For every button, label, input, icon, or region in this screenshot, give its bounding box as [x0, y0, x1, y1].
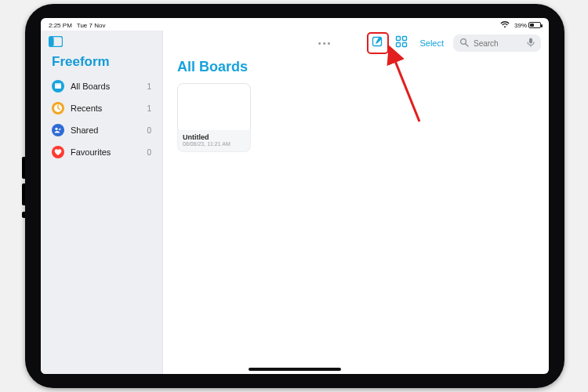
screen: 2:25 PM Tue 7 Nov 39% [41, 18, 549, 374]
battery-icon [528, 22, 541, 28]
content: All Boards Untitled 08/08/23, 11:21 AM [163, 56, 549, 374]
sidebar-item-label: Shared [71, 125, 140, 135]
sidebar-item-all-boards[interactable]: All Boards 1 [45, 76, 158, 96]
status-time: 2:25 PM [49, 22, 72, 29]
tablet-frame: 2:25 PM Tue 7 Nov 39% [25, 4, 564, 388]
search-field[interactable] [453, 34, 541, 52]
svg-point-7 [52, 124, 64, 136]
svg-rect-14 [397, 43, 401, 47]
new-board-button[interactable] [369, 34, 387, 52]
sidebar-item-count: 0 [147, 126, 151, 135]
svg-rect-15 [403, 43, 407, 47]
board-subtitle: 08/08/23, 11:21 AM [183, 141, 245, 147]
sidebar-item-count: 1 [147, 104, 151, 113]
select-button[interactable]: Select [416, 38, 447, 48]
all-boards-icon [52, 80, 64, 93]
board-thumbnail[interactable] [177, 83, 251, 133]
svg-point-8 [55, 128, 57, 130]
sidebar-item-label: All Boards [71, 82, 140, 91]
more-icon[interactable]: ••• [318, 38, 364, 48]
main: ••• Select [163, 31, 549, 374]
sidebar-item-count: 1 [147, 82, 151, 91]
wifi-icon [500, 21, 510, 30]
search-icon [459, 36, 469, 50]
board-meta: Untitled 08/08/23, 11:21 AM [177, 130, 251, 152]
sidebar-item-recents[interactable]: Recents 1 [45, 98, 158, 118]
battery-indicator: 39% [514, 22, 541, 29]
sidebar-toggle-icon[interactable] [49, 36, 63, 47]
sidebar-item-count: 0 [147, 148, 151, 157]
board-card[interactable]: Untitled 08/08/23, 11:21 AM [177, 83, 251, 152]
sidebar-top [41, 31, 162, 53]
svg-point-9 [59, 129, 61, 131]
sidebar-item-favourites[interactable]: Favourites 0 [45, 142, 158, 162]
view-grid-button[interactable] [393, 34, 410, 52]
svg-rect-4 [55, 83, 61, 85]
mic-icon[interactable] [527, 38, 535, 49]
svg-rect-12 [397, 37, 401, 41]
section-title: All Boards [177, 59, 535, 75]
svg-rect-18 [529, 38, 532, 44]
recents-icon [52, 102, 64, 114]
svg-rect-1 [49, 37, 54, 46]
search-input[interactable] [474, 39, 522, 48]
boards-grid: Untitled 08/08/23, 11:21 AM [177, 83, 535, 152]
status-bar: 2:25 PM Tue 7 Nov 39% [41, 18, 549, 31]
sidebar-item-shared[interactable]: Shared 0 [45, 120, 158, 140]
grid-icon [395, 35, 408, 51]
status-date: Tue 7 Nov [77, 22, 106, 29]
svg-rect-13 [403, 37, 407, 41]
toolbar: ••• Select [163, 31, 549, 56]
battery-percent: 39% [514, 22, 527, 29]
shared-icon [52, 124, 64, 136]
sidebar-item-label: Favourites [71, 147, 140, 157]
sidebar: Freeform All Boards 1 [41, 31, 163, 374]
status-left: 2:25 PM Tue 7 Nov [49, 22, 105, 29]
app: Freeform All Boards 1 [41, 31, 549, 374]
board-title: Untitled [183, 133, 245, 141]
home-indicator [249, 368, 341, 371]
status-right: 39% [500, 21, 541, 30]
favourites-icon [52, 146, 64, 158]
svg-line-17 [466, 44, 468, 46]
compose-icon [372, 35, 384, 51]
sidebar-nav: All Boards 1 Recents 1 [41, 74, 162, 164]
app-title: Freeform [41, 53, 162, 74]
stage: 2:25 PM Tue 7 Nov 39% [0, 0, 588, 392]
sidebar-item-label: Recents [71, 103, 140, 113]
